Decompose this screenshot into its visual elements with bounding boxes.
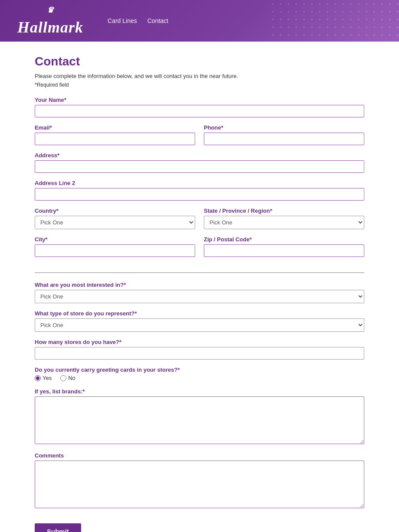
interest-label: What are you most interested in?* [35, 282, 364, 288]
your-name-input[interactable] [35, 105, 364, 117]
zip-group: Zip / Postal Code* [204, 236, 364, 257]
header-logo[interactable]: ♛ Hallmark [17, 5, 83, 36]
yes-radio[interactable] [35, 375, 41, 381]
comments-textarea[interactable] [35, 461, 364, 508]
address2-label: Address Line 2 [35, 180, 364, 186]
page-title: Contact [35, 55, 364, 68]
country-select[interactable]: Pick One [35, 216, 195, 229]
country-group: Country* Pick One [35, 208, 195, 229]
interest-group: What are you most interested in?* Pick O… [35, 282, 364, 303]
address-input[interactable] [35, 160, 364, 173]
brands-group: If yes, list brands:* [35, 388, 364, 445]
state-select[interactable]: Pick One [204, 216, 364, 229]
intro-text: Please complete the information below, a… [35, 73, 364, 79]
zip-label: Zip / Postal Code* [204, 236, 364, 243]
country-label: Country* [35, 208, 195, 214]
nav-card-lines[interactable]: Card Lines [108, 17, 137, 24]
phone-label: Phone* [204, 124, 364, 131]
logo-text: Hallmark [17, 18, 83, 36]
store-count-label: How many stores do you have?* [35, 339, 364, 345]
yes-radio-label[interactable]: Yes [35, 375, 52, 381]
address2-group: Address Line 2 [35, 180, 364, 201]
no-radio[interactable] [60, 375, 66, 381]
carries-cards-label: Do you currently carry greeting cards in… [35, 367, 364, 373]
zip-input[interactable] [204, 244, 364, 257]
yes-text: Yes [43, 375, 52, 381]
no-text: No [68, 375, 75, 381]
city-zip-row: City* Zip / Postal Code* [35, 236, 364, 264]
store-type-group: What type of store do you represent?* Pi… [35, 310, 364, 332]
submit-button[interactable]: Submit [35, 523, 81, 532]
comments-label: Comments [35, 452, 364, 459]
address-group: Address* [35, 152, 364, 173]
your-name-group: Your Name* [35, 97, 364, 117]
state-label: State / Province / Region* [204, 208, 364, 214]
address-label: Address* [35, 152, 364, 159]
no-radio-label[interactable]: No [60, 375, 75, 381]
email-label: Email* [35, 124, 195, 131]
city-input[interactable] [35, 244, 195, 257]
required-note: *Required field [35, 82, 364, 88]
email-phone-row: Email* Phone* [35, 124, 364, 152]
store-count-input[interactable] [35, 347, 364, 360]
city-label: City* [35, 236, 195, 243]
store-count-group: How many stores do you have?* [35, 339, 364, 360]
store-type-select[interactable]: Pick One [35, 318, 364, 332]
address2-input[interactable] [35, 188, 364, 201]
main-nav: Card Lines Contact [108, 17, 168, 24]
nav-contact[interactable]: Contact [147, 17, 168, 24]
state-group: State / Province / Region* Pick One [204, 208, 364, 229]
your-name-label: Your Name* [35, 97, 364, 103]
store-type-label: What type of store do you represent?* [35, 310, 364, 317]
phone-group: Phone* [204, 124, 364, 145]
email-input[interactable] [35, 133, 195, 145]
country-state-row: Country* Pick One State / Province / Reg… [35, 208, 364, 236]
comments-group: Comments [35, 452, 364, 509]
crown-icon: ♛ [47, 5, 54, 15]
radio-group-carries: Yes No [35, 375, 364, 381]
city-group: City* [35, 236, 195, 257]
carries-cards-group: Do you currently carry greeting cards in… [35, 367, 364, 381]
interest-select[interactable]: Pick One [35, 290, 364, 303]
section-divider [35, 272, 364, 273]
brands-label: If yes, list brands:* [35, 388, 364, 395]
phone-input[interactable] [204, 133, 364, 145]
brands-textarea[interactable] [35, 396, 364, 444]
contact-form: Your Name* Email* Phone* Address* [35, 97, 364, 532]
email-group: Email* [35, 124, 195, 145]
